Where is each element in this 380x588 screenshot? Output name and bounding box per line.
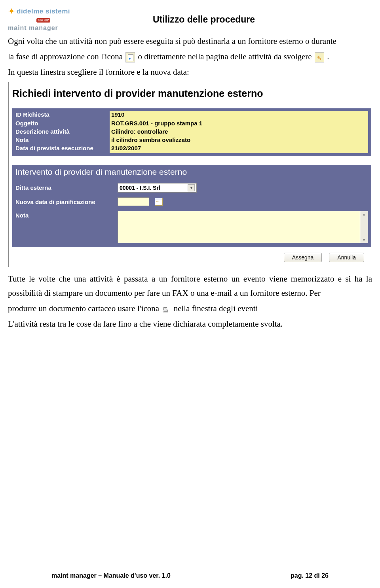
nota-textarea[interactable] <box>118 211 360 243</box>
logo-swirl-icon: ✦ <box>8 7 15 16</box>
tool-icon <box>315 52 324 62</box>
footer-left: maint manager – Manuale d'uso ver. 1.0 <box>51 572 171 579</box>
paragraph: produrre un documento cartaceo usare l'i… <box>8 301 372 316</box>
label-id: ID Richiesta <box>15 111 110 119</box>
label-nota: Nota <box>15 136 110 144</box>
paragraph: In questa finestra scegliere il fornitor… <box>8 65 372 79</box>
paragraph: Tutte le volte che una attività è passat… <box>8 272 372 301</box>
doc-title: Utilizzo delle procedure <box>83 14 372 25</box>
page-footer: maint manager – Manuale d'uso ver. 1.0 p… <box>0 572 380 579</box>
form-window: Richiedi intervento di provider manutenz… <box>8 82 372 267</box>
value-nota: il cilindro sembra ovalizzato <box>110 136 368 144</box>
value-descr: Cilindro: controllare <box>110 128 368 136</box>
label-oggetto: Oggetto <box>15 119 110 128</box>
paragraph: la fase di approvazione con l'icona o di… <box>8 49 372 64</box>
logo-company: didelme sistemi <box>17 8 70 15</box>
scrollbar[interactable]: ▴ ▾ <box>360 211 368 243</box>
form-title: Richiedi intervento di provider manutenz… <box>12 88 371 99</box>
request-info-block: ID Richiesta 1910 Oggetto ROT.GRS.001 - … <box>12 108 371 156</box>
calendar-icon[interactable] <box>155 198 163 206</box>
button-row: Assegna Annulla <box>12 247 371 262</box>
logo-product: maint manager <box>8 25 75 32</box>
paragraph: L'attività resta tra le cose da fare fin… <box>8 317 372 331</box>
label-ditta: Ditta esterna <box>15 183 118 191</box>
paragraph: Ogni volta che un attività non può esser… <box>8 34 372 49</box>
footer-right: pag. 12 di 26 <box>291 572 329 579</box>
value-id: 1910 <box>110 111 368 119</box>
logo: ✦ didelme sistemi GROUP maint manager <box>8 7 75 32</box>
file-icon <box>125 52 135 62</box>
body-text: Ogni volta che un attività non può esser… <box>8 34 372 79</box>
label-nuova-data: Nuova data di pianificazione <box>15 197 118 205</box>
label-data-prev: Data di prevista esecuzione <box>15 144 110 153</box>
value-data-prev: 21/02/2007 <box>110 144 368 153</box>
label-nota2: Nota <box>15 211 118 219</box>
section-title: Intervento di provider di manutenzione e… <box>12 165 371 179</box>
provider-fields: Ditta esterna 00001 - I.S.I. Srl ▾ Nuova… <box>12 179 371 247</box>
assegna-button[interactable]: Assegna <box>284 253 322 262</box>
ditta-selected-value: 00001 - I.S.I. Srl <box>120 185 160 191</box>
body-text: Tutte le volte che una attività è passat… <box>8 272 372 331</box>
page-header: ✦ didelme sistemi GROUP maint manager Ut… <box>8 7 372 32</box>
value-oggetto: ROT.GRS.001 - gruppo stampa 1 <box>110 119 368 128</box>
label-descr: Descrizione attività <box>15 128 110 136</box>
scroll-up-icon[interactable]: ▴ <box>363 212 365 216</box>
nuova-data-input[interactable] <box>118 197 149 206</box>
chevron-down-icon[interactable]: ▾ <box>188 184 195 191</box>
ditta-select[interactable]: 00001 - I.S.I. Srl ▾ <box>118 183 197 193</box>
divider <box>12 101 371 101</box>
logo-group-badge: GROUP <box>36 18 50 23</box>
annulla-button[interactable]: Annulla <box>329 253 364 262</box>
print-icon <box>162 305 171 314</box>
scroll-down-icon[interactable]: ▾ <box>363 238 365 242</box>
